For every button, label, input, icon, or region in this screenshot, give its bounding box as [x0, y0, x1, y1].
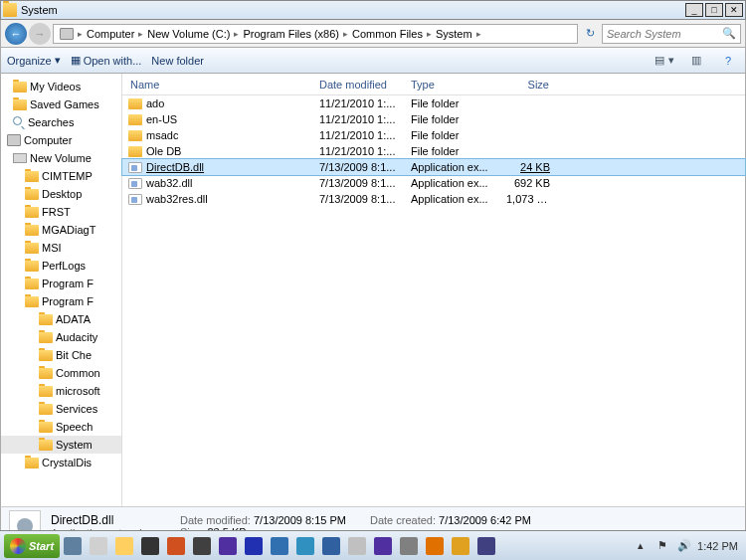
- organize-button[interactable]: Organize ▾: [7, 54, 61, 67]
- column-size[interactable]: Size: [498, 79, 558, 91]
- tree-item[interactable]: New Volume: [1, 149, 121, 167]
- folder-icon: [39, 332, 53, 343]
- taskbar-app-icon[interactable]: [241, 534, 267, 558]
- search-box[interactable]: 🔍: [602, 24, 741, 44]
- taskbar-app-icon[interactable]: [189, 534, 215, 558]
- new-folder-button[interactable]: New folder: [151, 55, 204, 67]
- breadcrumb[interactable]: ▸Computer▸New Volume (C:)▸Program Files …: [53, 24, 578, 44]
- tree-item-label: Searches: [28, 116, 74, 128]
- tree-item[interactable]: Services: [1, 400, 121, 418]
- cell-type: Application ex...: [411, 161, 506, 173]
- breadcrumb-segment[interactable]: Program Files (x86): [239, 28, 343, 40]
- cell-size: 24 KB: [506, 161, 558, 173]
- breadcrumb-segment[interactable]: Common Files: [348, 28, 427, 40]
- breadcrumb-segment[interactable]: Computer: [83, 28, 138, 40]
- dll-file-icon: [128, 162, 142, 173]
- tree-item[interactable]: microsoft: [1, 382, 121, 400]
- column-name[interactable]: Name: [122, 79, 311, 91]
- taskbar-app-icon[interactable]: [422, 534, 448, 558]
- view-options-button[interactable]: ▤ ▾: [653, 51, 675, 71]
- tree-item[interactable]: CrystalDis: [1, 454, 121, 471]
- tree-item[interactable]: ADATA: [1, 310, 121, 328]
- column-type[interactable]: Type: [403, 79, 498, 91]
- cell-name: DirectDB.dll: [146, 161, 319, 173]
- tree-item[interactable]: MGADiagT: [1, 221, 121, 239]
- file-row[interactable]: en-US11/21/2010 1:...File folder: [122, 111, 745, 127]
- column-date[interactable]: Date modified: [311, 79, 403, 91]
- taskbar-app-icon[interactable]: [370, 534, 396, 558]
- tree-item[interactable]: MSI: [1, 239, 121, 257]
- file-list[interactable]: Name Date modified Type Size ado11/21/20…: [122, 74, 745, 506]
- maximize-button[interactable]: □: [705, 3, 723, 17]
- file-row[interactable]: msadc11/21/2010 1:...File folder: [122, 127, 745, 143]
- file-row[interactable]: DirectDB.dll7/13/2009 8:1...Application …: [122, 159, 745, 175]
- tree-item[interactable]: Speech: [1, 418, 121, 436]
- clock[interactable]: 1:42 PM: [697, 540, 738, 552]
- taskbar-app-icon[interactable]: [86, 534, 111, 558]
- navigation-tree[interactable]: My VideosSaved GamesSearchesComputerNew …: [1, 74, 122, 506]
- tree-item[interactable]: Audacity: [1, 328, 121, 346]
- taskbar-app-icon[interactable]: [215, 534, 241, 558]
- close-button[interactable]: ✕: [725, 3, 743, 17]
- taskbar-app-icon[interactable]: [448, 534, 473, 558]
- file-row[interactable]: Ole DB11/21/2010 1:...File folder: [122, 143, 745, 159]
- taskbar-app-icon[interactable]: [60, 534, 86, 558]
- forward-button[interactable]: →: [29, 23, 51, 45]
- taskbar-app-icon[interactable]: [163, 534, 189, 558]
- tree-item[interactable]: Common: [1, 364, 121, 382]
- toolbar: Organize ▾ ▦ Open with... New folder ▤ ▾…: [0, 48, 746, 74]
- tree-item[interactable]: Searches: [1, 113, 121, 131]
- taskbar-app-icon[interactable]: [473, 534, 499, 558]
- tree-item[interactable]: Computer: [1, 131, 121, 149]
- tree-item[interactable]: CIMTEMP: [1, 167, 121, 185]
- tray-show-hidden-icon[interactable]: ▴: [638, 539, 652, 553]
- tree-item[interactable]: Program F: [1, 275, 121, 292]
- taskbar-app-icon[interactable]: [137, 534, 163, 558]
- cell-date: 11/21/2010 1:...: [319, 129, 411, 141]
- folder-icon: [25, 458, 39, 468]
- breadcrumb-segment[interactable]: New Volume (C:): [143, 28, 234, 40]
- tray-volume-icon[interactable]: 🔊: [677, 539, 691, 553]
- cell-size: 692 KB: [506, 177, 558, 189]
- taskbar-app-icon[interactable]: [318, 534, 344, 558]
- file-row[interactable]: ado11/21/2010 1:...File folder: [122, 95, 745, 111]
- open-with-button[interactable]: ▦ Open with...: [71, 54, 142, 67]
- taskbar-app-icon[interactable]: [292, 534, 318, 558]
- tree-item[interactable]: Program F: [1, 292, 121, 310]
- tree-item[interactable]: FRST: [1, 203, 121, 221]
- tree-item[interactable]: System: [1, 436, 121, 454]
- tree-item[interactable]: My Videos: [1, 78, 121, 95]
- search-icon: [13, 116, 25, 128]
- file-row[interactable]: wab32.dll7/13/2009 8:1...Application ex.…: [122, 175, 745, 191]
- breadcrumb-segment[interactable]: System: [432, 28, 476, 40]
- back-button[interactable]: ←: [5, 23, 27, 45]
- help-button[interactable]: ?: [717, 51, 739, 71]
- preview-pane-button[interactable]: ▥: [685, 51, 707, 71]
- taskbar-app-icon[interactable]: [267, 534, 292, 558]
- tree-item-label: Desktop: [42, 188, 82, 200]
- column-headers[interactable]: Name Date modified Type Size: [122, 74, 745, 95]
- system-tray[interactable]: ▴ ⚑ 🔊 1:42 PM: [638, 539, 742, 553]
- file-row[interactable]: wab32res.dll7/13/2009 8:1...Application …: [122, 191, 745, 207]
- taskbar-app-icon[interactable]: [396, 534, 422, 558]
- minimize-button[interactable]: _: [685, 3, 703, 17]
- search-input[interactable]: [607, 28, 720, 40]
- cell-date: 11/21/2010 1:...: [319, 97, 411, 109]
- tree-item[interactable]: Desktop: [1, 185, 121, 203]
- cell-name: ado: [146, 97, 319, 109]
- tree-item-label: Speech: [56, 421, 93, 433]
- taskbar-app-icon[interactable]: [344, 534, 370, 558]
- cell-type: File folder: [411, 129, 506, 141]
- tree-item[interactable]: Saved Games: [1, 95, 121, 113]
- tree-item-label: Services: [56, 403, 97, 415]
- folder-icon: [25, 261, 39, 272]
- start-button[interactable]: Start: [4, 534, 60, 558]
- refresh-button[interactable]: ↻: [580, 27, 600, 40]
- folder-icon: [13, 99, 27, 110]
- tree-item-label: Program F: [42, 278, 93, 289]
- tree-item[interactable]: Bit Che: [1, 346, 121, 364]
- folder-icon: [3, 3, 17, 17]
- tray-flag-icon[interactable]: ⚑: [657, 539, 671, 553]
- tree-item[interactable]: PerfLogs: [1, 257, 121, 275]
- taskbar-app-icon[interactable]: [111, 534, 137, 558]
